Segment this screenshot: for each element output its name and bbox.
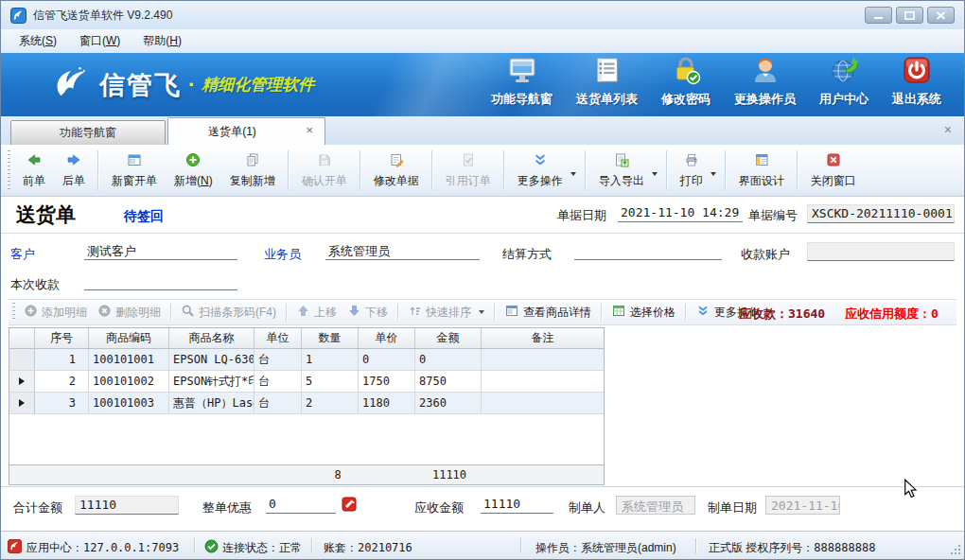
tab-delivery-order[interactable]: 送货单(1) × — [167, 117, 325, 145]
confirm-order-button[interactable]: 确认开单 — [293, 149, 356, 193]
banner-exit-button[interactable]: 退出系统 — [892, 55, 941, 108]
banner-delivery-list-button[interactable]: 送货单列表 — [576, 55, 638, 108]
doc-date-field[interactable]: 2021-11-10 14:29 — [618, 204, 743, 222]
doc-date-label: 单据日期 — [557, 207, 606, 224]
next-doc-button[interactable]: 后单 — [54, 149, 94, 193]
menu-window[interactable]: 窗口(W) — [69, 30, 131, 52]
move-down-button[interactable]: 下移 — [342, 302, 394, 324]
move-up-button[interactable]: 上移 — [291, 302, 342, 324]
cell-name: 惠普（HP）LaserJet — [169, 393, 254, 413]
minimize-button[interactable] — [865, 7, 892, 24]
banner-button-label: 更换操作员 — [734, 91, 796, 108]
brand-logo: 信管飞 · 精细化管理软件 — [50, 64, 314, 105]
customer-label[interactable]: 客户 — [10, 246, 35, 263]
toolbar-separator — [585, 150, 587, 190]
toolbar-separator — [397, 304, 399, 321]
import-export-button[interactable]: 导入导出 — [590, 149, 662, 193]
detail-button-label: 查看商品详情 — [523, 305, 591, 321]
cell-amount: 2360 — [415, 393, 482, 413]
table-row[interactable]: 3 100101003 惠普（HP）LaserJet 台 2 1180 2360 — [9, 393, 604, 414]
row-selector[interactable] — [9, 371, 35, 392]
grid-selector-header — [9, 328, 35, 348]
toolbar-button-label: 复制新增 — [230, 173, 275, 189]
resize-grip[interactable] — [950, 544, 961, 558]
salesman-field[interactable]: 系统管理员 — [325, 242, 480, 260]
doc-number-field[interactable]: XSCKD-20211110-0001 — [807, 204, 955, 223]
row-selector[interactable] — [9, 393, 35, 413]
view-product-detail-button[interactable]: 查看商品详情 — [500, 302, 597, 324]
doc-status-badge: 待签回 — [124, 208, 164, 225]
dropdown-caret-icon — [711, 172, 716, 176]
scan-barcode-button[interactable]: 扫描条形码(F4) — [176, 302, 282, 324]
tab-close-icon[interactable]: × — [306, 124, 313, 136]
column-header[interactable]: 数量 — [302, 328, 359, 348]
maximize-button[interactable] — [896, 7, 923, 24]
footer-fields: 合计金额 11110 整单优惠 0 应收金额 11110 制单人 系统管理员 制… — [1, 491, 964, 529]
toolbar-button-label: 打印 — [680, 173, 703, 189]
due-amount-field[interactable]: 11110 — [481, 496, 553, 514]
menu-help[interactable]: 帮助(H) — [132, 30, 192, 52]
current-row-marker-icon — [19, 399, 25, 407]
close-button[interactable] — [927, 7, 955, 24]
window-controls — [865, 7, 958, 24]
current-row-marker-icon — [19, 377, 25, 385]
globe-icon — [829, 55, 859, 88]
column-header[interactable]: 单位 — [254, 328, 302, 348]
toolbar-grip[interactable] — [12, 303, 15, 322]
column-header[interactable]: 商品编码 — [89, 328, 169, 348]
new-window-order-button[interactable]: 新窗开单 — [103, 149, 166, 193]
tab-nav[interactable]: 功能导航窗 — [10, 120, 166, 145]
column-header[interactable]: 序号 — [35, 328, 89, 348]
license-status: 正式版 授权序列号：888888888 — [709, 540, 875, 556]
delete-detail-button[interactable]: 删除明细 — [93, 302, 167, 324]
monitor-icon — [507, 55, 537, 88]
quick-sort-button[interactable]: 快速排序 — [403, 302, 490, 324]
menubar: 系统(S) 窗口(W) 帮助(H) — [1, 29, 964, 53]
print-button[interactable]: 打印 — [672, 149, 721, 193]
copy-new-button[interactable]: 复制新增 — [221, 149, 284, 193]
banner-user-center-button[interactable]: 用户中心 — [819, 55, 868, 108]
toolbar-button-label: 导入导出 — [599, 173, 644, 189]
add-detail-button[interactable]: 添加明细 — [19, 302, 93, 324]
statusbar: 应用中心：127.0.0.1:7093 连接状态：正常 账套：20210716 … — [1, 531, 964, 560]
table-row[interactable]: 1 100101001 EPSON LQ-630K 台 1 0 0 — [9, 349, 604, 371]
status-separator — [194, 538, 196, 553]
row-selector[interactable] — [9, 349, 35, 370]
banner-nav-button[interactable]: 功能导航窗 — [491, 55, 553, 108]
banner-change-operator-button[interactable]: 更换操作员 — [734, 55, 796, 108]
column-header[interactable]: 单价 — [359, 328, 415, 348]
banner-change-password-button[interactable]: 修改密码 — [661, 55, 711, 108]
refer-order-button[interactable]: 引用订单 — [437, 149, 500, 193]
payment-field[interactable] — [84, 272, 237, 290]
close-window-icon — [826, 152, 841, 170]
status-separator — [311, 538, 313, 553]
toolbar-grip[interactable] — [8, 150, 10, 190]
operator-status: 操作员：系统管理员(admin) — [535, 540, 676, 556]
column-header[interactable]: 商品名称 — [169, 328, 254, 348]
total-amount-field[interactable]: 11110 — [75, 496, 179, 515]
total-amount-label: 合计金额 — [13, 499, 62, 516]
customer-field[interactable]: 测试客户 — [84, 242, 237, 260]
prev-doc-button[interactable]: 前单 — [14, 149, 54, 193]
add-new-button[interactable]: 新增(N) — [166, 149, 221, 193]
receive-account-field[interactable] — [807, 242, 955, 261]
edit-doc-button[interactable]: 修改单据 — [365, 149, 428, 193]
cell-amount: 0 — [415, 349, 482, 370]
modify-discount-icon[interactable] — [342, 497, 357, 515]
cell-unit: 台 — [254, 393, 302, 413]
column-header[interactable]: 备注 — [482, 328, 604, 348]
settle-method-field[interactable] — [574, 242, 722, 260]
discount-field[interactable]: 0 — [266, 496, 336, 514]
close-window-button[interactable]: 关闭窗口 — [802, 149, 865, 193]
menu-system[interactable]: 系统(S) — [9, 30, 67, 52]
select-price-button[interactable]: 选择价格 — [606, 302, 681, 324]
tabbar-close-icon[interactable]: × — [944, 122, 952, 137]
receive-account-label: 收款账户 — [741, 246, 790, 263]
table-row[interactable]: 2 100101002 EPSON针式打*印机 台 5 1750 8750 — [9, 371, 604, 393]
column-header[interactable]: 金额 — [415, 328, 482, 348]
salesman-label[interactable]: 业务员 — [264, 246, 301, 263]
banner-toolbar: 功能导航窗 送货单列表 修改密码 更换操作员 用户中心 退出系统 — [491, 55, 964, 114]
more-actions-button[interactable]: 更多操作 — [509, 149, 581, 193]
payment-label: 本次收款 — [10, 276, 60, 293]
ui-design-button[interactable]: 界面设计 — [730, 149, 793, 193]
